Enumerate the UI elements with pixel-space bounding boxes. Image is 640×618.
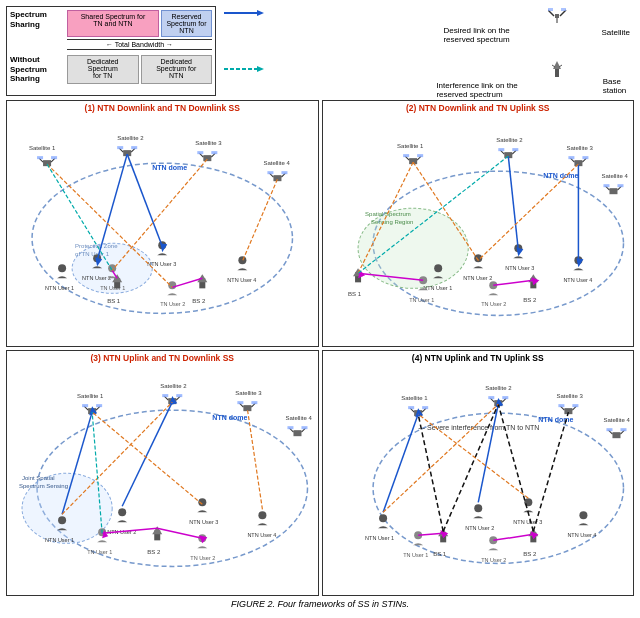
svg-text:Satellite 1: Satellite 1 (77, 393, 104, 399)
svg-text:TN User 1: TN User 1 (87, 549, 112, 555)
svg-text:BS 1: BS 1 (348, 291, 362, 297)
svg-rect-221 (620, 428, 626, 431)
svg-line-186 (122, 402, 172, 506)
diagram-3-canvas: NTN dome Joint Spatial Spectrum Sensing (7, 365, 318, 592)
svg-rect-209 (502, 396, 508, 399)
svg-rect-157 (243, 405, 251, 411)
svg-line-79 (242, 179, 277, 261)
svg-text:BS 2: BS 2 (523, 551, 537, 557)
svg-rect-39 (131, 146, 137, 149)
svg-point-69 (238, 256, 246, 264)
svg-line-134 (493, 280, 533, 285)
svg-rect-154 (162, 394, 168, 397)
icon-satellite: Satellite (548, 8, 630, 58)
svg-text:TN User 1: TN User 1 (403, 552, 428, 558)
svg-rect-220 (606, 428, 612, 431)
link-legend: Desired link on the reserved spectrum In… (220, 6, 540, 96)
svg-line-243 (478, 404, 498, 502)
without-sharing-title: WithoutSpectrumSharing (10, 55, 65, 84)
diagram-1: (1) NTN Downlink and TN Downlink SS NTN … (6, 100, 319, 347)
svg-line-193 (92, 412, 202, 504)
svg-text:Satellite 2: Satellite 2 (117, 135, 144, 141)
svg-text:BS 2: BS 2 (147, 549, 161, 555)
svg-point-178 (258, 511, 266, 519)
spectrum-sharing-box: SpectrumSharing Shared Spectrum forTN an… (6, 6, 216, 96)
svg-marker-170 (152, 526, 162, 534)
diagram-1-canvas: NTN dome Protection Zone of TN User 1 (7, 115, 318, 342)
svg-text:NTN dome: NTN dome (152, 164, 187, 171)
svg-text:NTN dome: NTN dome (543, 172, 578, 179)
icon-legend: Satellite Base station NTN user (544, 6, 634, 96)
svg-line-76 (172, 278, 202, 287)
svg-text:TN User 1: TN User 1 (409, 297, 434, 303)
svg-text:NTN User 2: NTN User 2 (82, 275, 111, 281)
svg-text:BS 2: BS 2 (192, 298, 206, 304)
svg-text:BS 1: BS 1 (433, 551, 447, 557)
svg-rect-104 (609, 188, 617, 194)
svg-text:Satellite 3: Satellite 3 (235, 390, 262, 396)
diagram-1-title: (1) NTN Downlink and TN Downlink SS (7, 101, 318, 115)
svg-rect-32 (37, 156, 43, 159)
svg-text:Sensing Region: Sensing Region (371, 219, 413, 225)
svg-text:NTN User 4: NTN User 4 (227, 277, 256, 283)
dedicated-tn-label: DedicatedSpectrumfor TN (67, 55, 139, 84)
svg-text:Satellite 3: Satellite 3 (566, 145, 593, 151)
svg-text:Satellite 2: Satellite 2 (160, 383, 187, 389)
svg-line-247 (493, 534, 533, 540)
diagram-2-title: (2) NTN Downlink and TN Uplink SS (323, 101, 634, 115)
svg-rect-38 (117, 146, 123, 149)
svg-rect-51 (281, 171, 287, 174)
svg-text:NTN User 1: NTN User 1 (365, 535, 394, 541)
svg-rect-96 (512, 148, 518, 151)
figure-caption: FIGURE 2. Four frameworks of SS in STINs… (6, 596, 634, 612)
svg-rect-148 (82, 404, 88, 407)
svg-text:NTN User 4: NTN User 4 (247, 532, 276, 538)
link-label-desired-reserved: Desired link on the reserved spectrum (443, 26, 536, 44)
base-station-label: Base station (603, 77, 630, 95)
link-label-interference-reserved: Interference link on the reserved spectr… (436, 81, 536, 99)
svg-marker-131 (576, 258, 583, 267)
svg-point-231 (474, 504, 482, 512)
svg-text:Satellite 1: Satellite 1 (397, 143, 424, 149)
svg-rect-160 (237, 401, 243, 404)
svg-text:NTN User 3: NTN User 3 (189, 519, 218, 525)
svg-text:Satellite 1: Satellite 1 (29, 145, 56, 151)
svg-rect-33 (51, 156, 57, 159)
legend-section: SpectrumSharing Shared Spectrum forTN an… (6, 6, 634, 96)
svg-text:NTN User 3: NTN User 3 (505, 265, 534, 271)
svg-text:NTN User 4: NTN User 4 (563, 277, 592, 283)
svg-text:NTN User 1: NTN User 1 (45, 285, 74, 291)
spectrum-sharing-title: SpectrumSharing (10, 10, 65, 52)
svg-text:TN User 2: TN User 2 (481, 301, 506, 307)
diagram-4-canvas: NTN dome --- Severe interference from TN… (323, 365, 634, 592)
main-container: SpectrumSharing Shared Spectrum forTN an… (0, 0, 640, 618)
svg-line-190 (157, 528, 202, 538)
diagram-3-title: (3) NTN Uplink and TN Downlink SS (7, 351, 318, 365)
svg-point-116 (434, 264, 442, 272)
svg-rect-208 (488, 396, 494, 399)
svg-text:NTN dome: NTN dome (538, 416, 573, 423)
svg-text:NTN User 2: NTN User 2 (465, 525, 494, 531)
svg-rect-215 (572, 404, 578, 407)
svg-rect-95 (498, 148, 504, 151)
svg-text:Satellite 4: Satellite 4 (263, 160, 290, 166)
svg-line-137 (478, 164, 578, 260)
svg-text:TN User 1: TN User 1 (100, 285, 125, 291)
svg-text:Satellite 3: Satellite 3 (195, 140, 222, 146)
svg-text:TN User 2: TN User 2 (481, 557, 506, 563)
svg-text:NTN User 1: NTN User 1 (423, 285, 452, 291)
svg-rect-163 (293, 430, 301, 436)
svg-text:BS 2: BS 2 (523, 297, 537, 303)
svg-point-174 (118, 508, 126, 516)
diagram-4-title: (4) NTN Uplink and TN Uplink SS (323, 351, 634, 365)
svg-marker-3 (257, 66, 264, 72)
svg-rect-50 (267, 171, 273, 174)
svg-text:Satellite 4: Satellite 4 (603, 417, 630, 423)
diagram-3-svg: NTN dome Joint Spatial Spectrum Sensing (7, 365, 318, 592)
svg-rect-14 (555, 69, 559, 77)
svg-rect-166 (287, 426, 293, 429)
reserved-spectrum-label: ReservedSpectrum forNTN (161, 10, 212, 37)
svg-rect-102 (582, 156, 588, 159)
svg-marker-57 (197, 274, 207, 282)
link-item-desired-reserved: Desired link on the reserved spectrum (224, 8, 536, 62)
